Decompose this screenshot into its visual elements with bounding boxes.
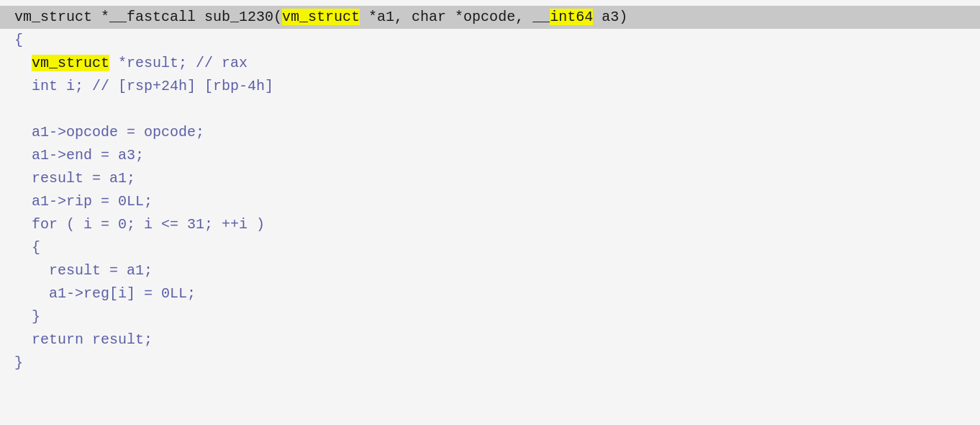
code-line-inner-result: result = a1; (0, 259, 980, 282)
highlight-vm-struct-result: vm_struct (32, 55, 109, 71)
code-viewer: vm_struct *__fastcall sub_1230(vm_struct… (0, 0, 980, 425)
code-line-result-a1: result = a1; (0, 167, 980, 190)
code-line-header: vm_struct *__fastcall sub_1230(vm_struct… (0, 6, 980, 29)
code-line-close-brace: } (0, 352, 980, 375)
code-line-for: for ( i = 0; i <= 31; ++i ) (0, 213, 980, 236)
code-result-comment: *result; // rax (109, 55, 248, 71)
code-line-for-open: { (0, 236, 980, 259)
code-line-rip: a1->rip = 0LL; (0, 190, 980, 213)
code-line-return: return result; (0, 328, 980, 352)
code-line-int-i: int i; // [rsp+24h] [rbp-4h] (0, 75, 980, 98)
code-line-open-brace: { (0, 29, 980, 52)
header-text-mid: *a1, char *opcode, __ (360, 9, 550, 25)
code-line-end: a1->end = a3; (0, 144, 980, 167)
header-text-after: a3) (593, 9, 627, 25)
header-highlight-int64: int64 (550, 9, 593, 25)
header-text-before: vm_struct *__fastcall sub_1230( (14, 9, 282, 25)
code-line-opcode: a1->opcode = opcode; (0, 121, 980, 144)
code-line-reg: a1->reg[i] = 0LL; (0, 282, 980, 305)
code-line-blank1 (0, 98, 980, 121)
code-line-vm-result: vm_struct *result; // rax (0, 52, 980, 75)
header-highlight-vm-struct: vm_struct (282, 9, 360, 25)
code-line-for-close: } (0, 305, 980, 328)
